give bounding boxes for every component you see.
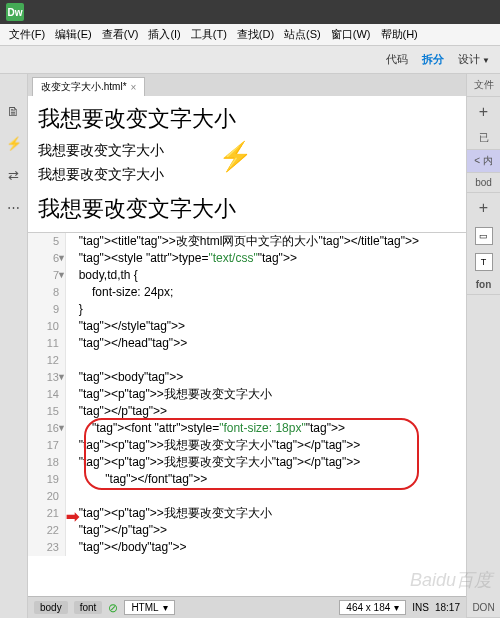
expand-icon[interactable]: ⇄ (6, 168, 22, 184)
code-line[interactable]: 5 "tag"><title"tag">>改变html网页中文字的大小"tag"… (28, 233, 466, 250)
breadcrumb-body[interactable]: body (34, 601, 68, 614)
lightning-icon: ⚡ (218, 140, 253, 173)
preview-line-2: 我想要改变文字大小⚡ (38, 142, 456, 160)
code-line[interactable]: 7▼ body,td,th { (28, 267, 466, 284)
code-line[interactable]: 22 "tag"></p"tag">> (28, 522, 466, 539)
left-toolbar: 🗎 ⚡ ⇄ ⋯ (0, 74, 28, 618)
code-line[interactable]: 8 font-size: 24px; (28, 284, 466, 301)
file-icon[interactable]: 🗎 (6, 104, 22, 120)
label-4: bod (467, 173, 500, 193)
code-line[interactable]: 23 "tag"></body"tag">> (28, 539, 466, 556)
language-select[interactable]: HTML▾ (124, 600, 174, 615)
preview-line-1: 我想要改变文字大小 (38, 104, 456, 134)
more-icon[interactable]: ⋯ (6, 200, 22, 216)
menu-site[interactable]: 站点(S) (279, 27, 326, 42)
app-logo: Dw (6, 3, 24, 21)
panel-icon-1[interactable]: ▭ (475, 227, 493, 245)
insert-mode: INS (412, 602, 429, 613)
code-line[interactable]: 13▼ "tag"><body"tag">> (28, 369, 466, 386)
code-line[interactable]: 14 "tag"><p"tag">>我想要改变文字大小 (28, 386, 466, 403)
split-view-button[interactable]: 拆分 (422, 52, 444, 67)
menu-help[interactable]: 帮助(H) (376, 27, 423, 42)
document-tab[interactable]: 改变文字大小.html* × (32, 77, 145, 96)
code-line[interactable]: 12 (28, 352, 466, 369)
preview-pane: 我想要改变文字大小 我想要改变文字大小⚡ 我想要改变文字大小 我想要改变文字大小 (28, 96, 466, 233)
files-panel-label[interactable]: 文件 (467, 74, 500, 97)
code-line[interactable]: 20 (28, 488, 466, 505)
panel-icon-2[interactable]: T (475, 253, 493, 271)
chevron-down-icon: ▼ (482, 56, 490, 65)
code-line[interactable]: 10 "tag"></style"tag">> (28, 318, 466, 335)
watermark: Baidu百度 (410, 568, 492, 592)
annotation-arrow: ➡ (66, 507, 79, 526)
code-line[interactable]: 18 "tag"><p"tag">>我想要改变文字大小"tag"></p"tag… (28, 454, 466, 471)
close-icon[interactable]: × (131, 82, 137, 93)
design-view-button[interactable]: 设计▼ (458, 52, 490, 67)
menu-tools[interactable]: 工具(T) (186, 27, 232, 42)
code-line[interactable]: 11 "tag"></head"tag">> (28, 335, 466, 352)
label-5: fon (467, 275, 500, 295)
right-panel: 文件 + 已 < 内 bod + ▭ T fon DON (466, 74, 500, 618)
plus-icon[interactable]: + (467, 97, 500, 127)
status-bar: body font ⊘ HTML▾ 464 x 184▾ INS 18:17 (28, 596, 466, 618)
plus-icon-2[interactable]: + (467, 193, 500, 223)
code-editor[interactable]: ➡ 5 "tag"><title"tag">>改变html网页中文字的大小"ta… (28, 233, 466, 596)
menu-view[interactable]: 查看(V) (97, 27, 144, 42)
code-line[interactable]: 16▼ "tag"><font "attr">style="font-size:… (28, 420, 466, 437)
menu-file[interactable]: 文件(F) (4, 27, 50, 42)
tab-bar: 改变文字大小.html* × (28, 74, 466, 96)
code-line[interactable]: 6▼ "tag"><style "attr">type="text/css""t… (28, 250, 466, 267)
menubar: 文件(F) 编辑(E) 查看(V) 插入(I) 工具(T) 查找(D) 站点(S… (0, 24, 500, 46)
view-toolbar: 代码 拆分 设计▼ (0, 46, 500, 74)
preview-line-4: 我想要改变文字大小 (38, 194, 456, 224)
breadcrumb-font[interactable]: font (74, 601, 103, 614)
time-display: 18:17 (435, 602, 460, 613)
label-6: DON (467, 598, 500, 618)
live-icon[interactable]: ⚡ (6, 136, 22, 152)
tab-title: 改变文字大小.html* (41, 80, 127, 94)
code-view-button[interactable]: 代码 (386, 52, 408, 67)
label-2: 已 (467, 127, 500, 150)
code-line[interactable]: 21 "tag"><p"tag">>我想要改变文字大小 (28, 505, 466, 522)
menu-window[interactable]: 窗口(W) (326, 27, 376, 42)
titlebar: Dw (0, 0, 500, 24)
dimensions-select[interactable]: 464 x 184▾ (339, 600, 406, 615)
check-icon[interactable]: ⊘ (108, 601, 118, 615)
menu-edit[interactable]: 编辑(E) (50, 27, 97, 42)
label-3[interactable]: < 内 (467, 150, 500, 173)
menu-find[interactable]: 查找(D) (232, 27, 279, 42)
code-line[interactable]: 15 "tag"></p"tag">> (28, 403, 466, 420)
menu-insert[interactable]: 插入(I) (143, 27, 185, 42)
code-line[interactable]: 17 "tag"><p"tag">>我想要改变文字大小"tag"></p"tag… (28, 437, 466, 454)
code-line[interactable]: 9 } (28, 301, 466, 318)
code-line[interactable]: 19 "tag"></font"tag">> (28, 471, 466, 488)
